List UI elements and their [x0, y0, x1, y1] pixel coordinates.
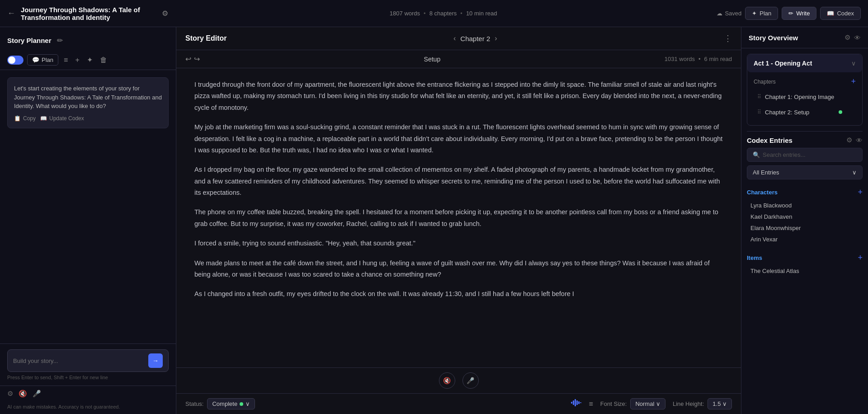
add-character-button[interactable]: + [858, 188, 863, 197]
undo-redo-group: ↩ ↪ [185, 55, 200, 63]
toggle-switch[interactable] [7, 56, 24, 65]
overview-eye-icon[interactable]: 👁 [854, 33, 861, 42]
saved-badge: ☁ Saved [717, 10, 741, 17]
chat-area: Let's start creating the elements of you… [0, 70, 176, 343]
act-header[interactable]: Act 1 - Opening Act ∨ [747, 54, 862, 72]
top-header: ← Journey Through Shadows: A Tale of Tra… [0, 0, 868, 27]
copy-button[interactable]: 📋 Copy [14, 115, 36, 122]
redo-button[interactable]: ↪ [194, 55, 200, 63]
chapter-next-button[interactable]: › [495, 34, 497, 42]
item-celestial-atlas[interactable]: The Celestial Atlas [747, 265, 863, 277]
codex-icons: ⚙ 👁 [846, 136, 863, 144]
mute-bottom-icon[interactable]: 🔇 [19, 390, 27, 398]
add-chapter-button[interactable]: + [851, 77, 856, 86]
search-box[interactable]: 🔍 Search entries... [747, 148, 863, 162]
mic-bottom-icon[interactable]: 🎤 [33, 390, 41, 398]
chapter-2-name: Chapter 2: Setup [765, 109, 835, 116]
codex-title: Codex Entries [747, 136, 793, 144]
chapter-nav: ‹ Chapter 2 › [453, 34, 497, 42]
character-kael[interactable]: Kael Darkhaven [747, 211, 863, 222]
editor-meta: 1031 words • 6 min read [665, 56, 732, 62]
cloud-icon: ☁ [717, 10, 722, 17]
font-size-select[interactable]: Normal ∨ [630, 398, 665, 409]
chapter-name: Chapter 2 [460, 35, 490, 42]
items-category-header: Items + [747, 250, 863, 265]
character-elara[interactable]: Elara Moonwhisper [747, 222, 863, 234]
copy-label: Copy [23, 115, 36, 122]
write-button[interactable]: ✏ Write [782, 7, 816, 20]
status-select[interactable]: Complete ∨ [207, 398, 255, 409]
add-item-icon[interactable]: + [73, 54, 81, 66]
planner-header: Story Planner ✏ [0, 27, 176, 50]
plan-label: Plan [760, 10, 771, 17]
chapter-item-1[interactable]: ⠿ Chapter 1: Opening Image 🗑 [754, 90, 856, 104]
status-label: Status: [185, 400, 203, 407]
overview-gear-icon[interactable]: ⚙ [844, 33, 850, 42]
overview-icons: ⚙ 👁 [844, 33, 861, 42]
audio-mic-button[interactable]: 🎤 [462, 372, 479, 389]
undo-button[interactable]: ↩ [185, 55, 191, 63]
meta-dot: • [698, 56, 701, 62]
font-size-group: Font Size: Normal ∨ [600, 398, 665, 409]
line-height-select[interactable]: 1.5 ∨ [708, 398, 732, 409]
editor-title: Story Editor [185, 34, 227, 42]
chapters-label-text: Chapters [754, 79, 776, 85]
chat-input[interactable] [13, 358, 145, 364]
paragraph-3: As I dropped my bag on the floor, my gaz… [194, 164, 723, 198]
status-chevron: ∨ [245, 400, 250, 407]
settings-icon[interactable]: ⚙ [160, 7, 170, 19]
read-time-stat: 10 min read [466, 10, 497, 17]
settings-bottom-icon[interactable]: ⚙ [7, 390, 13, 398]
editor-content[interactable]: I trudged through the front door of my a… [176, 68, 741, 367]
svg-rect-1 [573, 400, 574, 405]
character-lyra[interactable]: Lyra Blackwood [747, 200, 863, 211]
font-size-label: Font Size: [600, 400, 627, 407]
codex-gear-icon[interactable]: ⚙ [846, 136, 852, 144]
app-title: Journey Through Shadows: A Tale of Trans… [21, 6, 156, 21]
header-stats: 1807 words • 8 chapters • 10 min read [170, 10, 717, 17]
plan-button[interactable]: ✦ Plan [745, 7, 778, 20]
plan-tag-icon: 💬 [32, 56, 39, 63]
codex-icon: 📖 [827, 10, 834, 17]
delete-icon[interactable]: 🗑 [98, 54, 109, 66]
send-button[interactable]: → [148, 353, 163, 368]
characters-title: Characters [747, 189, 778, 196]
chat-message-text: Let's start creating the elements of you… [14, 85, 162, 109]
audio-mute-button[interactable]: 🔇 [439, 372, 455, 389]
chapters-label: Chapters + [754, 77, 856, 86]
back-button[interactable]: ← [7, 9, 15, 18]
add-item-button[interactable]: + [858, 253, 863, 263]
codex-entries-section: Codex Entries ⚙ 👁 🔍 Search entries... Al… [747, 131, 863, 282]
search-icon: 🔍 [753, 151, 760, 158]
editor-subheader: ↩ ↪ Setup 1031 words • 6 min read [176, 50, 741, 68]
overview-header: Story Overview ⚙ 👁 [741, 27, 868, 48]
filter-select[interactable]: All Entries ∨ [747, 165, 863, 179]
dot1: • [424, 10, 426, 17]
sparkle-icon[interactable]: ✦ [85, 54, 94, 66]
story-planner-panel: Story Planner ✏ 💬 Plan ≡ + ✦ 🗑 Let's sta… [0, 27, 176, 414]
chapter-item-2[interactable]: ⠿ Chapter 2: Setup 🗑 [754, 105, 856, 119]
act-section: Act 1 - Opening Act ∨ Chapters + ⠿ Chapt… [747, 54, 863, 126]
status-group: Status: Complete ∨ [185, 398, 255, 409]
main-layout: Story Planner ✏ 💬 Plan ≡ + ✦ 🗑 Let's sta… [0, 27, 868, 414]
plan-icon: ✦ [752, 10, 757, 17]
list-icon[interactable]: ≡ [62, 54, 70, 66]
status-value: Complete [212, 400, 237, 407]
codex-button[interactable]: 📖 Codex [820, 7, 861, 20]
chapter-prev-button[interactable]: ‹ [453, 34, 456, 42]
svg-rect-2 [575, 399, 576, 406]
editor-more-button[interactable]: ⋮ [724, 33, 732, 43]
codex-eye-icon[interactable]: 👁 [856, 136, 863, 144]
character-arin[interactable]: Arin Vexar [747, 234, 863, 245]
chat-actions: 📋 Copy 📖 Update Codex [14, 115, 162, 122]
paragraph-1: I trudged through the front door of my a… [194, 79, 723, 113]
story-editor-panel: Story Editor ‹ Chapter 2 › ⋮ ↩ ↪ Setup 1… [176, 27, 741, 414]
align-icon[interactable]: ≡ [589, 400, 593, 408]
write-label: Write [796, 10, 810, 17]
update-codex-button[interactable]: 📖 Update Codex [40, 115, 84, 122]
items-category: Items + The Celestial Atlas [747, 250, 863, 277]
paragraph-4: The phone on my coffee table buzzed, bre… [194, 207, 723, 230]
characters-category-header: Characters + [747, 185, 863, 200]
edit-planner-icon[interactable]: ✏ [55, 34, 65, 47]
editor-read-time: 6 min read [704, 56, 732, 62]
